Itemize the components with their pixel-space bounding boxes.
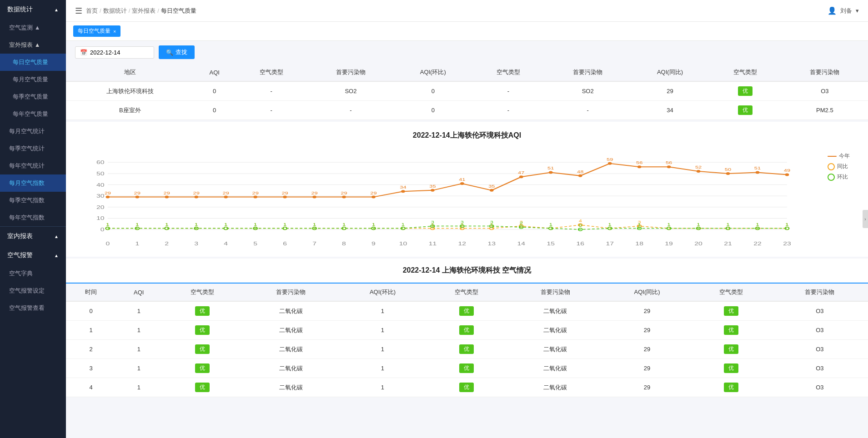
today-label: 56 [666,160,672,165]
huanbi-label: 1 [726,222,729,226]
active-tab[interactable]: 每日空气质量 × [73,25,120,37]
today-point [431,189,435,192]
search-label: 查拢 [176,48,187,56]
huanbi-label: 1 [195,222,198,226]
today-label: 52 [695,165,702,169]
x-label: 2 [165,241,169,246]
cell-pollutant-hb: 二氧化碳 [507,301,603,321]
badge: 优 [195,344,210,354]
username[interactable]: 刘备 [840,7,852,15]
y-label: 20 [96,204,105,210]
huanbi-label: 1 [549,222,552,226]
detail-col-pollutant-tb: 首要污染物 [772,284,868,301]
sidebar-item-daily-air[interactable]: 每日空气质量 [0,54,66,71]
cell-aqi-hb: 0 [394,81,472,101]
huanbi-label: 1 [342,222,346,226]
sidebar-item-monthly-air[interactable]: 每月空气质量 [0,71,66,88]
x-label: 5 [253,241,257,246]
legend-tongbi-label: 同比 [837,163,848,170]
header-right: 👤 刘备 ▾ [828,6,859,15]
today-label: 29 [341,191,347,195]
sidebar-item-monthly-stats[interactable]: 每月空气统计 [0,123,66,140]
huanbi-label: 1 [608,222,612,226]
detail-section: 2022-12-14 上海轶伦环境科技 空气情况 时间 AQI 空气类型 首要污… [66,259,868,397]
filter-bar: 📅 🔍 查拢 [66,41,868,64]
sidebar-item-seasonal-index[interactable]: 每季空气指数 [0,192,66,209]
sidebar-item-seasonal-air[interactable]: 每季空气质量 [0,88,66,105]
sidebar-item-yearly-index[interactable]: 每年空气指数 [0,209,66,226]
sidebar-item-seasonal-stats[interactable]: 每季空气统计 [0,140,66,157]
tongbi-label: 4 [579,219,582,223]
breadcrumb-stats[interactable]: 数据统计 [103,7,127,15]
today-point [578,174,582,177]
right-collapse-button[interactable]: › [863,210,868,228]
cell-aqi: 1 [116,321,162,340]
breadcrumb-sep3: / [157,7,159,14]
cell-pollutant: 二氧化碳 [243,321,339,340]
col-aqi-tb: AQI(同比) [631,64,709,81]
sidebar-item-monthly-index[interactable]: 每月空气指数 [0,174,66,192]
sidebar-item-air-monitor[interactable]: 空气监测 ▲ [0,19,66,36]
cell-air-type-hb: - [472,101,545,120]
y-label: 60 [96,160,105,165]
today-point [283,196,287,199]
detail-col-air-type: 空气类型 [162,284,243,301]
tab-close-button[interactable]: × [113,29,116,34]
legend-tongbi: 同比 [828,163,850,170]
sidebar: 数据统计 ▲ 空气监测 ▲ 室外报表 ▲ 每日空气质量 每月空气质量 每季空气质… [0,0,66,438]
user-dropdown-icon[interactable]: ▾ [856,7,859,14]
sidebar-item-yearly-stats[interactable]: 每年空气统计 [0,157,66,174]
badge-tb: 优 [724,344,738,354]
badge-tb: 优 [724,306,738,316]
sidebar-indoor-report[interactable]: 室内报表 ▲ [0,227,66,246]
today-label: 51 [754,166,761,170]
today-label: 29 [134,191,140,195]
sidebar-air-alarm[interactable]: 空气报警 ▲ [0,246,66,265]
sidebar-item-air-dict[interactable]: 空气字典 [0,265,66,282]
today-label: 34 [400,185,406,189]
cell-aqi-hb: 1 [339,378,426,397]
sidebar-item-outdoor-report[interactable]: 室外报表 ▲ [0,36,66,54]
cell-pollutant-hb: 二氧化碳 [507,378,603,397]
breadcrumb-outdoor[interactable]: 室外报表 [132,7,156,15]
breadcrumb-current: 每日空气质量 [161,7,196,15]
cell-air-type-hb: 优 [426,378,507,397]
y-label: 0 [100,227,105,232]
calendar-icon: 📅 [80,49,87,56]
cell-air-type: 优 [162,359,243,378]
cell-pollutant: 二氧化碳 [243,378,339,397]
today-label: 29 [193,191,200,195]
huanbi-line [108,226,787,229]
col-aqi-hb: AQI(环比) [394,64,472,81]
cell-pollutant-tb: O3 [772,359,868,378]
legend-tongbi-circle [828,163,835,170]
sidebar-item-alarm-view[interactable]: 空气报警查看 [0,299,66,317]
date-input[interactable] [90,49,149,56]
line-chart-svg: 0102030405060012345678910111213141516171… [75,148,859,248]
cell-air-type-hb: 优 [426,340,507,359]
cell-air-type: 优 [162,301,243,321]
today-label: 59 [607,157,613,162]
x-label: 10 [399,241,407,246]
x-label: 19 [665,241,673,246]
today-point [165,196,169,199]
sidebar-item-alarm-settings[interactable]: 空气报警设定 [0,282,66,299]
today-point [106,196,110,199]
search-button[interactable]: 🔍 查拢 [159,45,195,59]
hamburger-icon[interactable]: ☰ [75,6,82,16]
cell-area: B座室外 [66,101,194,120]
alarm-arrow: ▲ [54,253,59,258]
today-point [756,171,760,174]
sidebar-section-data[interactable]: 数据统计 ▲ [0,0,66,19]
breadcrumb-home[interactable]: 首页 [86,7,98,15]
table-row: B座室外 0 - - 0 - - 34 优 PM2.5 [66,101,868,120]
huanbi-label: 3 [461,220,464,224]
today-line [108,164,787,197]
huanbi-label: 3 [431,220,434,224]
col-pollutant-tb: 首要污染物 [782,64,868,81]
tab-label: 每日空气质量 [78,27,110,35]
cell-air-type-hb: - [472,81,545,101]
cell-time: 2 [66,340,116,359]
sidebar-item-yearly-air[interactable]: 每年空气质量 [0,105,66,123]
x-label: 23 [783,241,791,246]
